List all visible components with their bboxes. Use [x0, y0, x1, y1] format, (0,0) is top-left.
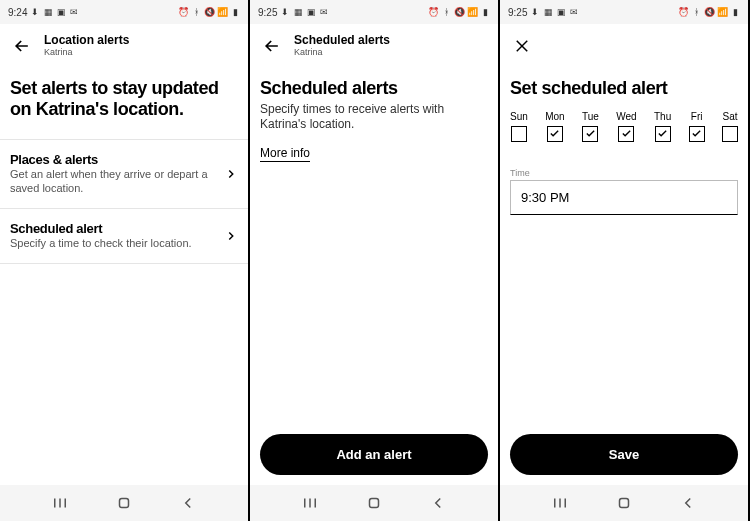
day-checkbox-sat[interactable]: [722, 126, 738, 142]
download-icon: ⬇: [30, 7, 40, 17]
add-alert-button[interactable]: Add an alert: [260, 434, 488, 475]
app-icon: ▦: [293, 7, 303, 17]
button-wrap: Save: [500, 424, 748, 485]
recents-icon: [551, 494, 569, 512]
alarm-icon: ⏰: [428, 7, 438, 17]
day-checkbox-tue[interactable]: [582, 126, 598, 142]
nav-back-button[interactable]: [429, 494, 447, 512]
back-icon: [429, 494, 447, 512]
day-checkbox-wed[interactable]: [618, 126, 634, 142]
signal-icon: 📶: [717, 7, 727, 17]
status-right: ⏰ ᚼ 🔇 📶 ▮: [178, 7, 240, 17]
back-icon: [179, 494, 197, 512]
mute-icon: 🔇: [454, 7, 464, 17]
app-header: Scheduled alerts Katrina: [250, 24, 498, 78]
day-label: Tue: [582, 111, 599, 122]
recents-icon: [51, 494, 69, 512]
check-icon: [585, 128, 596, 139]
screen-set-scheduled-alert: 9:25 ⬇ ▦ ▣ ✉ ⏰ ᚼ 🔇 📶 ▮ Set scheduled ale…: [500, 0, 750, 521]
status-right: ⏰ ᚼ 🔇 📶 ▮: [428, 7, 490, 17]
chevron-right-icon: [224, 229, 238, 243]
chevron-right-icon: [224, 167, 238, 181]
app-icon: ▦: [543, 7, 553, 17]
day-label: Thu: [654, 111, 671, 122]
home-icon: [365, 494, 383, 512]
status-bar: 9:24 ⬇ ▦ ▣ ✉ ⏰ ᚼ 🔇 📶 ▮: [0, 0, 248, 24]
screen3-content: Set scheduled alert SunMonTueWedThuFriSa…: [500, 78, 748, 424]
download-icon: ⬇: [280, 7, 290, 17]
mail-icon: ✉: [319, 7, 329, 17]
back-button[interactable]: [10, 34, 34, 58]
time-field[interactable]: 9:30 PM: [510, 180, 738, 215]
app-header: Location alerts Katrina: [0, 24, 248, 78]
day-column-sun: Sun: [510, 111, 528, 142]
status-left: 9:25 ⬇ ▦ ▣ ✉: [508, 7, 579, 18]
day-checkbox-fri[interactable]: [689, 126, 705, 142]
close-button[interactable]: [510, 34, 534, 58]
nav-recents-button[interactable]: [551, 494, 569, 512]
day-checkbox-mon[interactable]: [547, 126, 563, 142]
save-button[interactable]: Save: [510, 434, 738, 475]
day-checkbox-thu[interactable]: [655, 126, 671, 142]
header-title: Scheduled alerts: [294, 34, 390, 47]
day-label: Wed: [616, 111, 636, 122]
check-icon: [549, 128, 560, 139]
arrow-left-icon: [262, 36, 282, 56]
hero-heading: Scheduled alerts: [260, 78, 488, 99]
bluetooth-icon: ᚼ: [691, 7, 701, 17]
nav-recents-button[interactable]: [51, 494, 69, 512]
mail-icon: ✉: [569, 7, 579, 17]
hero-description: Specify times to receive alerts with Kat…: [260, 102, 488, 133]
row-title: Scheduled alert: [10, 221, 218, 236]
home-icon: [615, 494, 633, 512]
status-bar: 9:25 ⬇ ▦ ▣ ✉ ⏰ ᚼ 🔇 📶 ▮: [250, 0, 498, 24]
day-checkbox-sun[interactable]: [511, 126, 527, 142]
screen1-content: Set alerts to stay updated on Katrina's …: [0, 78, 248, 485]
nav-back-button[interactable]: [179, 494, 197, 512]
day-column-thu: Thu: [654, 111, 671, 142]
hero-heading: Set alerts to stay updated on Katrina's …: [10, 78, 238, 119]
status-time: 9:24: [8, 7, 27, 18]
nav-home-button[interactable]: [615, 494, 633, 512]
status-right: ⏰ ᚼ 🔇 📶 ▮: [678, 7, 740, 17]
battery-icon: ▮: [230, 7, 240, 17]
svg-rect-7: [370, 499, 379, 508]
row-text: Scheduled alert Specify a time to check …: [10, 221, 224, 251]
mail-icon: ✉: [69, 7, 79, 17]
row-scheduled-alert[interactable]: Scheduled alert Specify a time to check …: [0, 208, 248, 264]
android-nav-bar: [250, 485, 498, 521]
image-icon: ▣: [306, 7, 316, 17]
battery-icon: ▮: [480, 7, 490, 17]
app-icon: ▦: [43, 7, 53, 17]
svg-rect-13: [620, 499, 629, 508]
android-nav-bar: [500, 485, 748, 521]
back-button[interactable]: [260, 34, 284, 58]
screen2-content: Scheduled alerts Specify times to receiv…: [250, 78, 498, 424]
nav-back-button[interactable]: [679, 494, 697, 512]
options-list: Places & alerts Get an alert when they a…: [0, 139, 248, 263]
alarm-icon: ⏰: [678, 7, 688, 17]
screen-scheduled-alerts: 9:25 ⬇ ▦ ▣ ✉ ⏰ ᚼ 🔇 📶 ▮ Scheduled alerts …: [250, 0, 500, 521]
home-icon: [115, 494, 133, 512]
day-label: Mon: [545, 111, 564, 122]
nav-recents-button[interactable]: [301, 494, 319, 512]
day-column-wed: Wed: [616, 111, 636, 142]
nav-home-button[interactable]: [115, 494, 133, 512]
day-column-fri: Fri: [689, 111, 705, 142]
check-icon: [657, 128, 668, 139]
more-info-link[interactable]: More info: [260, 146, 310, 162]
status-left: 9:24 ⬇ ▦ ▣ ✉: [8, 7, 79, 18]
battery-icon: ▮: [730, 7, 740, 17]
row-places-alerts[interactable]: Places & alerts Get an alert when they a…: [0, 139, 248, 208]
recents-icon: [301, 494, 319, 512]
row-title: Places & alerts: [10, 152, 218, 167]
nav-home-button[interactable]: [365, 494, 383, 512]
android-nav-bar: [0, 485, 248, 521]
signal-icon: 📶: [217, 7, 227, 17]
back-icon: [679, 494, 697, 512]
bluetooth-icon: ᚼ: [191, 7, 201, 17]
hero-heading: Set scheduled alert: [510, 78, 738, 99]
check-icon: [621, 128, 632, 139]
status-left: 9:25 ⬇ ▦ ▣ ✉: [258, 7, 329, 18]
time-label: Time: [510, 168, 738, 178]
